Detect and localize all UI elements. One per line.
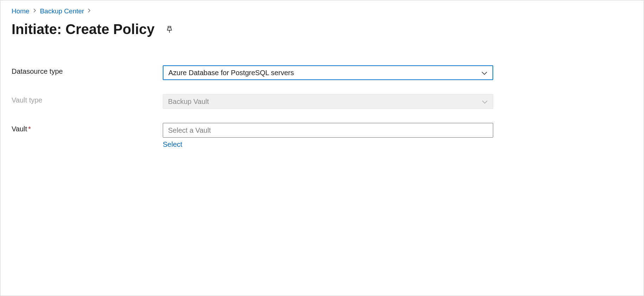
chevron-down-icon: [482, 98, 488, 106]
vault-type-dropdown: Backup Vault: [163, 94, 493, 109]
datasource-type-row: Datasource type Azure Database for Postg…: [12, 65, 632, 80]
page-title: Initiate: Create Policy: [12, 21, 155, 37]
required-asterisk: *: [28, 125, 31, 133]
breadcrumb-home-link[interactable]: Home: [12, 7, 30, 15]
page-header: Initiate: Create Policy: [12, 21, 632, 37]
datasource-type-label: Datasource type: [12, 65, 163, 75]
vault-label: Vault*: [12, 123, 163, 133]
datasource-type-dropdown[interactable]: Azure Database for PostgreSQL servers: [163, 65, 493, 80]
chevron-right-icon: [33, 8, 37, 14]
chevron-right-icon: [88, 8, 91, 14]
vault-row: Vault* Select: [12, 123, 632, 149]
vault-type-value: Backup Vault: [168, 98, 209, 106]
pin-icon[interactable]: [165, 25, 174, 34]
svg-rect-0: [168, 26, 171, 28]
chevron-down-icon: [481, 69, 488, 77]
vault-type-label: Vault type: [12, 94, 163, 104]
breadcrumb-backup-center-link[interactable]: Backup Center: [40, 7, 84, 15]
select-vault-link[interactable]: Select: [163, 140, 182, 149]
breadcrumb: Home Backup Center: [12, 7, 632, 15]
vault-type-row: Vault type Backup Vault: [12, 94, 632, 109]
datasource-type-value: Azure Database for PostgreSQL servers: [168, 69, 294, 77]
vault-input[interactable]: [163, 123, 493, 138]
